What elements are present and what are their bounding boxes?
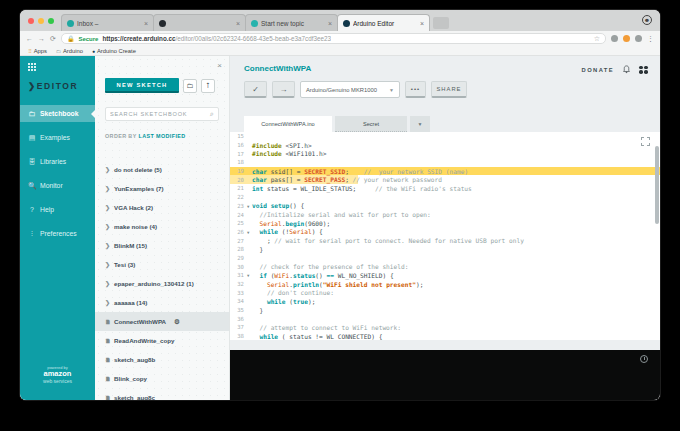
code-editor[interactable]: 1516#include <SPI.h>17#include <WiFi101.… bbox=[230, 132, 660, 340]
code-token: WiFi bbox=[274, 272, 289, 279]
code-token: int bbox=[252, 185, 263, 192]
folder-row[interactable]: ❯epaper_arduino_130412 (1) bbox=[95, 274, 229, 293]
sketch-row-connectwithwpa[interactable]: 🗎ConnectWithWPA⚙ bbox=[95, 312, 229, 331]
verify-button[interactable]: ✓ bbox=[244, 81, 267, 98]
extension-icon[interactable] bbox=[611, 35, 618, 42]
new-tab-button[interactable] bbox=[433, 17, 449, 29]
sketch-row-sketch_aug8b[interactable]: 🗎sketch_aug8b bbox=[95, 350, 229, 369]
forward-icon[interactable]: → bbox=[38, 35, 45, 42]
extension-icon[interactable] bbox=[623, 35, 630, 42]
file-tab-connectwithwpa-ino[interactable]: ConnectWithWPA.ino bbox=[244, 116, 332, 132]
close-tab-icon[interactable]: × bbox=[144, 20, 148, 27]
new-sketch-button[interactable]: NEW SKETCH bbox=[105, 78, 179, 93]
code-line: 38 while ( status != WL_CONNECTED) { bbox=[230, 332, 660, 340]
preferences-icon: ⫶ bbox=[28, 230, 36, 238]
minimize-window-button[interactable] bbox=[38, 18, 44, 24]
sketch-row-readandwrite_copy[interactable]: 🗎ReadAndWrite_copy bbox=[95, 331, 229, 350]
folder-row[interactable]: ❯BlinkM (15) bbox=[95, 236, 229, 255]
code-token: <SPI.h> bbox=[282, 142, 312, 149]
reload-icon[interactable]: ⟳ bbox=[50, 35, 56, 42]
chevron-right-icon[interactable]: ❯ bbox=[105, 166, 110, 173]
more-actions-button[interactable]: ••• bbox=[405, 81, 426, 98]
sketch-row-sketch_aug8c[interactable]: 🗎sketch_aug8c bbox=[95, 388, 229, 400]
notifications-bell-icon[interactable] bbox=[622, 65, 631, 74]
chevron-right-icon[interactable]: ❯ bbox=[105, 204, 110, 211]
code-line: 36 bbox=[230, 314, 660, 323]
upload-button[interactable]: → bbox=[272, 81, 295, 98]
chrome-menu-icon[interactable]: ⋮ bbox=[647, 35, 654, 43]
browser-tab-arduino-editor[interactable]: Arduino Editor× bbox=[337, 14, 430, 31]
bookmark-apps[interactable]: ⠿Apps bbox=[28, 48, 47, 54]
line-number: 29 bbox=[230, 255, 246, 261]
code-line: 32 Serial.println("WiFi shield not prese… bbox=[230, 280, 660, 289]
line-number: 15 bbox=[230, 133, 246, 139]
chevron-right-icon[interactable]: ❯ bbox=[105, 261, 110, 268]
order-by-last-modified-link[interactable]: LAST MODIFIED bbox=[138, 133, 185, 139]
gear-icon[interactable]: ⚙ bbox=[174, 318, 180, 326]
board-select[interactable]: Arduino/Genuino MKR1000 ▼ bbox=[300, 81, 400, 98]
sidebar-item-label: Sketchbook bbox=[40, 110, 79, 117]
code-token: while bbox=[259, 228, 278, 235]
browser-tab-inbox-[interactable]: Inbox –× bbox=[61, 14, 154, 31]
folder-row[interactable]: ❯VGA Hack (2) bbox=[95, 198, 229, 217]
sketch-row-blink_copy[interactable]: 🗎Blink_copy bbox=[95, 369, 229, 388]
bookmark-arduino-create[interactable]: ●Arduino Create bbox=[92, 48, 136, 54]
close-tab-icon[interactable]: × bbox=[420, 20, 424, 27]
line-number: 21 bbox=[230, 185, 246, 191]
url-input[interactable]: 🔒 Secure https://create.arduino.cc/edito… bbox=[61, 33, 606, 44]
zoom-window-button[interactable] bbox=[48, 18, 54, 24]
browser-tab-github[interactable]: × bbox=[153, 14, 246, 31]
code-line: 24 //Initialize serial and wait for port… bbox=[230, 210, 660, 219]
close-tab-icon[interactable]: × bbox=[236, 20, 240, 27]
sidebar-item-examples[interactable]: ▤Examples bbox=[20, 129, 95, 146]
sidebar-item-sketchbook[interactable]: 🗀Sketchbook bbox=[20, 105, 95, 122]
apps-grid-icon[interactable] bbox=[20, 56, 28, 71]
fullscreen-expand-icon[interactable] bbox=[641, 137, 650, 146]
search-icon: ⌕ bbox=[210, 110, 214, 118]
file-icon: 🗎 bbox=[105, 395, 110, 401]
browser-tab-bar: Inbox –××Start new topic×Arduino Editor×… bbox=[20, 10, 660, 31]
code-scrollbar[interactable] bbox=[655, 146, 659, 224]
folder-row[interactable]: ❯YunExamples (7) bbox=[95, 179, 229, 198]
bookmark-arduino[interactable]: 🗀Arduino bbox=[56, 48, 83, 54]
extension-icon[interactable] bbox=[635, 35, 642, 42]
line-number: 18 bbox=[230, 159, 246, 165]
file-tab-secret[interactable]: Secret bbox=[335, 116, 407, 132]
code-token: ssid[] = bbox=[267, 168, 304, 175]
folder-row[interactable]: ❯Tesi (3) bbox=[95, 255, 229, 274]
profile-icon[interactable]: ☻ bbox=[642, 15, 652, 25]
folder-row[interactable]: ❯do not delete (5) bbox=[95, 160, 229, 179]
arduino-apps-icon[interactable] bbox=[639, 66, 648, 74]
share-button[interactable]: SHARE bbox=[431, 81, 467, 98]
code-text: // check for the presence of the shield: bbox=[246, 263, 408, 270]
sidebar-item-libraries[interactable]: 🗄Libraries bbox=[20, 153, 95, 170]
folder-row[interactable]: ❯aaaaaa (14) bbox=[95, 293, 229, 312]
chevron-right-icon[interactable]: ❯ bbox=[105, 299, 110, 306]
import-sketch-icon[interactable]: 🗀 bbox=[183, 79, 197, 93]
sketch-label: sketch_aug8c bbox=[114, 394, 155, 400]
upload-sketch-icon[interactable]: ⭡ bbox=[201, 79, 215, 93]
donate-link[interactable]: DONATE bbox=[582, 67, 614, 73]
chevron-right-icon[interactable]: ❯ bbox=[105, 185, 110, 192]
chevron-right-icon[interactable]: ❯ bbox=[105, 242, 110, 249]
browser-tab-start-new-topic[interactable]: Start new topic× bbox=[245, 14, 338, 31]
chevron-right-icon[interactable]: ❯ bbox=[105, 280, 110, 287]
sidebar-item-preferences[interactable]: ⫶Preferences bbox=[20, 225, 95, 242]
file-tab-dropdown[interactable]: ▼ bbox=[410, 116, 430, 132]
sidebar-item-help[interactable]: ?Help bbox=[20, 201, 95, 218]
chevron-right-icon[interactable]: ❯ bbox=[105, 223, 110, 230]
close-panel-icon[interactable]: × bbox=[217, 62, 222, 70]
code-token: ; bbox=[345, 176, 352, 183]
bookmark-star-icon[interactable]: ☆ bbox=[594, 35, 600, 43]
code-line: 16#include <SPI.h> bbox=[230, 141, 660, 150]
back-icon[interactable]: ← bbox=[26, 35, 33, 42]
folder-row[interactable]: ❯make noise (4) bbox=[95, 217, 229, 236]
clock-icon[interactable] bbox=[640, 355, 648, 363]
close-tab-icon[interactable]: × bbox=[328, 20, 332, 27]
sidebar-item-monitor[interactable]: 🔍Monitor bbox=[20, 177, 95, 194]
console-panel bbox=[230, 350, 660, 400]
folder-label: aaaaaa (14) bbox=[114, 299, 147, 306]
folder-label: make noise (4) bbox=[114, 223, 157, 230]
search-sketchbook-input[interactable] bbox=[110, 111, 210, 117]
close-window-button[interactable] bbox=[28, 18, 34, 24]
